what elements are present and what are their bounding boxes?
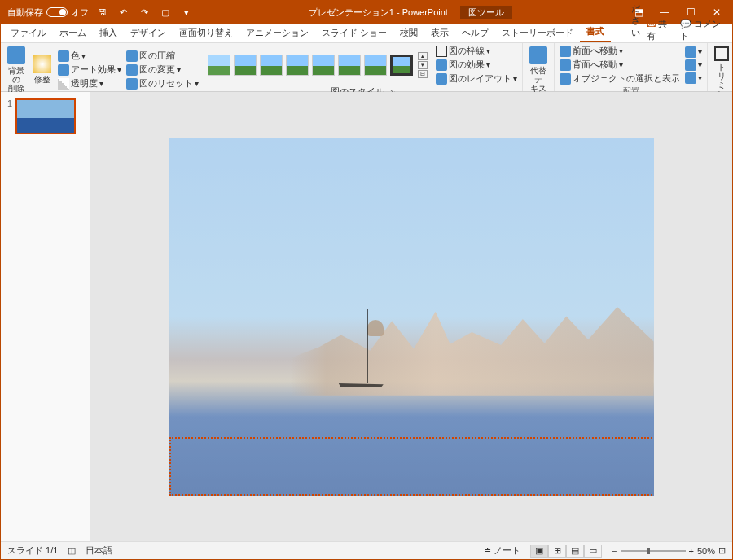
thumbnail-item: 1 [7,98,83,134]
style-preset-7[interactable] [364,55,387,76]
artistic-effects-button[interactable]: アート効果 ▾ [58,63,121,76]
selpane-icon [560,73,571,85]
quick-access-toolbar: 自動保存 オフ 🖫 ↶ ↷ ▢ ▾ [7,4,195,20]
style-preset-3[interactable] [260,55,283,76]
notes-button[interactable]: ≐ ノート [484,545,520,557]
transparency-icon [58,78,69,90]
alt-text-icon [529,46,547,64]
status-bar: スライド 1/1 ◫ 日本語 ≐ ノート ▣ ⊞ ▤ ▭ − + 50% ⊡ [1,541,732,559]
bring-forward-button[interactable]: 前面へ移動 ▾ [560,45,680,57]
reset-picture-button[interactable]: 図のリセット ▾ [126,77,199,90]
qat-more-icon[interactable]: ▾ [178,4,195,20]
window-title: プレゼンテーション1 - PowerPoint 図ツール [195,7,626,19]
zoom-in-icon[interactable]: + [689,546,694,556]
send-backward-button[interactable]: 背面へ移動 ▾ [560,59,680,71]
rotate-button[interactable]: ▾ [685,72,702,84]
remove-background-button[interactable]: 背景の 削除 [4,45,29,94]
selection-pane-button[interactable]: オブジェクトの選択と表示 [560,72,680,85]
backward-icon [560,59,571,71]
slide-counter[interactable]: スライド 1/1 [7,545,58,557]
style-preset-6[interactable] [338,55,361,76]
redo-icon[interactable]: ↷ [136,4,152,20]
autosave-label: 自動保存 [7,7,43,19]
transparency-button[interactable]: 透明度 ▾ [58,77,121,90]
group-button[interactable]: ▾ [685,59,702,71]
style-preset-4[interactable] [286,55,309,76]
fit-window-icon[interactable]: ⊡ [718,545,726,556]
share-button[interactable]: 🖂 共有 [647,18,674,42]
reading-view-icon[interactable]: ▤ [566,545,584,558]
tab-file[interactable]: ファイル [4,24,53,42]
slide-thumbnail-1[interactable] [15,98,76,134]
group-arrange: 前面へ移動 ▾ 背面へ移動 ▾ オブジェクトの選択と表示 ▾ ▾ ▾ 配置 [555,43,708,91]
change-picture-button[interactable]: 図の変更 ▾ [126,63,199,76]
undo-icon[interactable]: ↶ [115,4,131,20]
group-accessibility: 代替テ キスト アクセシ… [523,43,555,91]
style-preset-8[interactable] [390,55,413,76]
gallery-down-icon[interactable]: ▾ [418,61,428,69]
picture-styles-gallery: ▴ ▾ ⊟ [208,52,428,78]
tab-slideshow[interactable]: スライド ショー [315,24,393,42]
style-preset-2[interactable] [234,55,257,76]
tab-animations[interactable]: アニメーション [239,24,315,42]
gallery-more-icon[interactable]: ⊟ [418,70,428,78]
corrections-button[interactable]: 修整 [30,54,55,85]
gallery-up-icon[interactable]: ▴ [418,52,428,60]
slide-number: 1 [7,98,12,108]
ribbon: 背景の 削除 修整 色 ▾ アート効果 ▾ 透明度 ▾ 図の圧縮 図の変更 ▾ … [1,43,732,92]
view-buttons: ▣ ⊞ ▤ ▭ [530,545,602,558]
sorter-view-icon[interactable]: ⊞ [548,545,566,558]
zoom-control: − + 50% ⊡ [612,545,726,556]
crop-icon [714,46,729,61]
effects-icon [436,59,447,71]
color-icon [58,50,69,62]
tab-format[interactable]: 書式 [580,22,611,42]
compress-icon [126,50,138,62]
picture-effects-button[interactable]: 図の効果 ▾ [436,59,517,71]
crop-selection-marquee[interactable] [169,437,654,496]
tab-transitions[interactable]: 画面切り替え [173,24,239,42]
slideshow-view-icon[interactable]: ▭ [584,545,602,558]
tab-insert[interactable]: 挿入 [93,24,124,42]
ribbon-tabs: ファイル ホーム 挿入 デザイン 画面切り替え アニメーション スライド ショー… [1,24,732,43]
normal-view-icon[interactable]: ▣ [530,545,548,558]
change-pic-icon [126,64,138,76]
tab-help[interactable]: ヘルプ [455,24,495,42]
picture-content [290,302,653,395]
group-icon [685,59,696,71]
start-slideshow-icon[interactable]: ▢ [157,4,173,20]
style-preset-5[interactable] [312,55,335,76]
zoom-out-icon[interactable]: − [612,546,617,556]
group-adjust: 背景の 削除 修整 色 ▾ アート効果 ▾ 透明度 ▾ 図の圧縮 図の変更 ▾ … [1,43,204,91]
forward-icon [560,46,571,57]
comments-button[interactable]: 💬 コメント [680,18,726,42]
remove-bg-icon [7,46,25,64]
gallery-scroll: ▴ ▾ ⊟ [418,52,428,78]
align-button[interactable]: ▾ [685,46,702,58]
picture-layout-button[interactable]: 図のレイアウト ▾ [436,72,517,85]
tab-view[interactable]: 表示 [424,24,455,42]
zoom-level[interactable]: 50% [697,546,715,556]
tab-home[interactable]: ホーム [53,24,93,42]
tab-storyboard[interactable]: ストーリーボード [495,24,580,42]
spellcheck-icon[interactable]: ◫ [68,545,76,556]
group-size: トリミング ⇕▴▾ ⇔▴▾ サイズ ↘ [708,43,733,91]
layout-icon [436,73,447,85]
compress-button[interactable]: 図の圧縮 [126,50,199,62]
style-preset-1[interactable] [208,55,230,76]
rotate-icon [685,72,696,84]
autosave-toggle[interactable]: 自動保存 オフ [7,7,89,19]
zoom-slider[interactable] [621,550,686,552]
group-picture-styles: ▴ ▾ ⊟ 図の枠線 ▾ 図の効果 ▾ 図のレイアウト ▾ 図のスタイル ↘ [204,43,523,91]
color-button[interactable]: 色 ▾ [58,50,121,62]
language-indicator[interactable]: 日本語 [86,545,112,557]
workspace: 1 [1,92,732,541]
tab-design[interactable]: デザイン [124,24,173,42]
align-icon [685,46,696,58]
picture-border-button[interactable]: 図の枠線 ▾ [436,45,517,57]
tab-review[interactable]: 校閲 [393,24,424,42]
slide-canvas[interactable] [90,92,732,541]
tell-me-search[interactable]: 💡実行したい作業を入力してください [611,0,647,42]
save-icon[interactable]: 🖫 [94,4,110,20]
inserted-picture[interactable] [169,138,654,496]
